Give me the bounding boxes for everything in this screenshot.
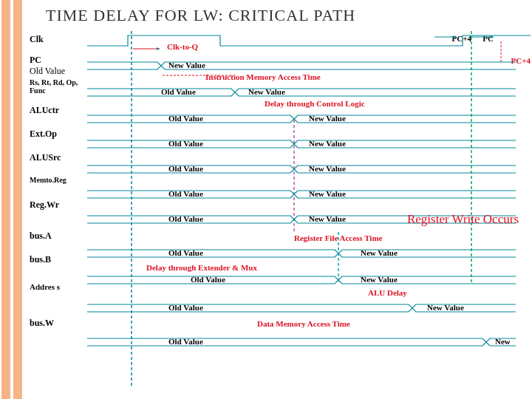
decor-stripe — [13, 0, 22, 399]
svg-text:Old Value: Old Value — [168, 337, 203, 346]
row-memtoreg: Memto.Reg — [30, 176, 81, 184]
svg-text:New: New — [495, 337, 511, 346]
slide-title: TIME DELAY FOR LW: CRITICAL PATH — [46, 6, 523, 25]
row-busw: bus.W — [30, 318, 81, 329]
row-clk: Clk — [30, 34, 81, 45]
timing-diagram-slide: TIME DELAY FOR LW: CRITICAL PATH PC+4 PC… — [0, 0, 532, 399]
row-pc: PCOld Value — [30, 55, 81, 77]
row-address: Addres s — [30, 282, 81, 291]
row-busa: bus.A — [30, 231, 81, 242]
row-regwr: Reg.Wr — [30, 200, 81, 211]
row-aluctr: ALUctr — [30, 105, 81, 116]
register-write-label: Register Write Occurs — [407, 213, 519, 227]
row-alusrc: ALUSrc — [30, 152, 81, 163]
row-extop: Ext.Op — [30, 129, 81, 140]
row-rs: Rs, Rt, Rd, Op, Func — [30, 78, 81, 95]
row-busb: bus.B — [30, 254, 81, 265]
decor-stripe — [1, 0, 10, 399]
